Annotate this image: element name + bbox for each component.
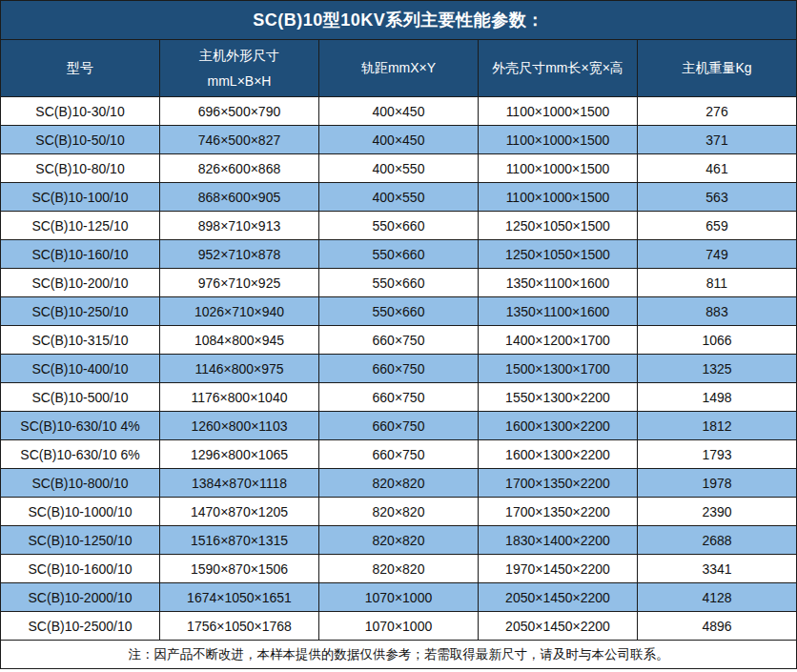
cell-model: SC(B)10-80/10 bbox=[1, 154, 160, 183]
cell-model: SC(B)10-160/10 bbox=[1, 240, 160, 269]
cell-shell: 1100×1000×1500 bbox=[479, 154, 638, 183]
column-header-weight: 主机重量Kg bbox=[638, 40, 797, 97]
cell-weight: 811 bbox=[638, 269, 797, 297]
cell-weight: 276 bbox=[638, 97, 797, 126]
cell-weight: 461 bbox=[638, 154, 797, 183]
cell-weight: 883 bbox=[638, 297, 797, 326]
cell-gauge: 550×660 bbox=[319, 212, 479, 240]
cell-dimensions: 1384×870×1118 bbox=[160, 469, 319, 498]
cell-weight: 1793 bbox=[638, 440, 797, 469]
cell-gauge: 400×550 bbox=[319, 154, 479, 183]
cell-dimensions: 1260×800×1103 bbox=[160, 412, 319, 440]
cell-model: SC(B)10-800/10 bbox=[1, 469, 160, 498]
table-title-row: SC(B)10型10KV系列主要性能参数： bbox=[1, 1, 797, 40]
cell-shell: 1550×1300×2200 bbox=[479, 383, 638, 412]
cell-gauge: 820×820 bbox=[319, 469, 479, 498]
table-row: SC(B)10-2000/10 1674×1050×1651 1070×1000… bbox=[1, 583, 797, 612]
cell-dimensions: 826×600×868 bbox=[160, 154, 319, 183]
cell-gauge: 660×750 bbox=[319, 412, 479, 440]
cell-shell: 1500×1300×1700 bbox=[479, 355, 638, 383]
cell-weight: 1325 bbox=[638, 355, 797, 383]
cell-shell: 1100×1000×1500 bbox=[479, 97, 638, 126]
cell-shell: 1700×1350×2200 bbox=[479, 498, 638, 526]
table-row: SC(B)10-160/10 952×710×878 550×660 1250×… bbox=[1, 240, 797, 269]
cell-dimensions: 1470×870×1205 bbox=[160, 498, 319, 526]
cell-weight: 1498 bbox=[638, 383, 797, 412]
cell-model: SC(B)10-2000/10 bbox=[1, 583, 160, 612]
cell-dimensions: 1590×870×1506 bbox=[160, 555, 319, 583]
cell-model: SC(B)10-50/10 bbox=[1, 126, 160, 154]
table-row: SC(B)10-100/10 868×600×905 400×550 1100×… bbox=[1, 183, 797, 212]
cell-weight: 1978 bbox=[638, 469, 797, 498]
cell-model: SC(B)10-30/10 bbox=[1, 97, 160, 126]
cell-weight: 2390 bbox=[638, 498, 797, 526]
cell-gauge: 660×750 bbox=[319, 383, 479, 412]
cell-dimensions: 952×710×878 bbox=[160, 240, 319, 269]
column-header-shell: 外壳尺寸mm长×宽×高 bbox=[479, 40, 638, 97]
cell-dimensions: 1756×1050×1768 bbox=[160, 612, 319, 641]
cell-gauge: 550×660 bbox=[319, 269, 479, 297]
cell-shell: 1830×1400×2200 bbox=[479, 526, 638, 555]
table-row: SC(B)10-800/10 1384×870×1118 820×820 170… bbox=[1, 469, 797, 498]
cell-model: SC(B)10-1250/10 bbox=[1, 526, 160, 555]
cell-model: SC(B)10-200/10 bbox=[1, 269, 160, 297]
cell-shell: 1250×1050×1500 bbox=[479, 212, 638, 240]
cell-gauge: 400×450 bbox=[319, 97, 479, 126]
cell-model: SC(B)10-250/10 bbox=[1, 297, 160, 326]
cell-model: SC(B)10-100/10 bbox=[1, 183, 160, 212]
cell-shell: 2050×1450×2200 bbox=[479, 583, 638, 612]
cell-dimensions: 1516×870×1315 bbox=[160, 526, 319, 555]
cell-dimensions: 746×500×827 bbox=[160, 126, 319, 154]
table-row: SC(B)10-1000/10 1470×870×1205 820×820 17… bbox=[1, 498, 797, 526]
table-header-row: 型号 主机外形尺寸 mmL×B×H 轨距mmX×Y 外壳尺寸mm长×宽×高 主机… bbox=[1, 40, 797, 97]
cell-weight: 371 bbox=[638, 126, 797, 154]
table-row: SC(B)10-50/10 746×500×827 400×450 1100×1… bbox=[1, 126, 797, 154]
table-title: SC(B)10型10KV系列主要性能参数： bbox=[1, 1, 797, 40]
cell-gauge: 550×660 bbox=[319, 240, 479, 269]
cell-model: SC(B)10-1600/10 bbox=[1, 555, 160, 583]
cell-shell: 1100×1000×1500 bbox=[479, 183, 638, 212]
table-row: SC(B)10-630/10 6% 1296×800×1065 660×750 … bbox=[1, 440, 797, 469]
cell-dimensions: 1026×710×940 bbox=[160, 297, 319, 326]
cell-gauge: 1070×1000 bbox=[319, 583, 479, 612]
cell-weight: 563 bbox=[638, 183, 797, 212]
cell-dimensions: 1176×800×1040 bbox=[160, 383, 319, 412]
table-row: SC(B)10-125/10 898×710×913 550×660 1250×… bbox=[1, 212, 797, 240]
cell-model: SC(B)10-315/10 bbox=[1, 326, 160, 355]
cell-dimensions: 976×710×925 bbox=[160, 269, 319, 297]
cell-model: SC(B)10-630/10 6% bbox=[1, 440, 160, 469]
cell-shell: 1600×1300×2200 bbox=[479, 412, 638, 440]
cell-gauge: 400×550 bbox=[319, 183, 479, 212]
cell-weight: 4896 bbox=[638, 612, 797, 641]
cell-shell: 1350×1100×1600 bbox=[479, 297, 638, 326]
cell-shell: 1100×1000×1500 bbox=[479, 126, 638, 154]
cell-model: SC(B)10-630/10 4% bbox=[1, 412, 160, 440]
cell-model: SC(B)10-500/10 bbox=[1, 383, 160, 412]
table-row: SC(B)10-30/10 696×500×790 400×450 1100×1… bbox=[1, 97, 797, 126]
table-row: SC(B)10-80/10 826×600×868 400×550 1100×1… bbox=[1, 154, 797, 183]
cell-gauge: 820×820 bbox=[319, 498, 479, 526]
cell-shell: 1970×1450×2200 bbox=[479, 555, 638, 583]
cell-gauge: 660×750 bbox=[319, 355, 479, 383]
cell-gauge: 1070×1000 bbox=[319, 612, 479, 641]
column-header-dimensions-line2: mmL×B×H bbox=[208, 73, 272, 89]
cell-model: SC(B)10-2500/10 bbox=[1, 612, 160, 641]
table-row: SC(B)10-630/10 4% 1260×800×1103 660×750 … bbox=[1, 412, 797, 440]
cell-shell: 1700×1350×2200 bbox=[479, 469, 638, 498]
table-row: SC(B)10-315/10 1084×800×945 660×750 1400… bbox=[1, 326, 797, 355]
table-note-row: 注：因产品不断改进，本样本提供的数据仅供参考；若需取得最新尺寸，请及时与本公司联… bbox=[1, 641, 797, 669]
column-header-dimensions-line1: 主机外形尺寸 bbox=[199, 48, 279, 63]
column-header-gauge: 轨距mmX×Y bbox=[319, 40, 479, 97]
cell-gauge: 820×820 bbox=[319, 526, 479, 555]
column-header-model: 型号 bbox=[1, 40, 160, 97]
cell-dimensions: 868×600×905 bbox=[160, 183, 319, 212]
cell-dimensions: 1674×1050×1651 bbox=[160, 583, 319, 612]
cell-weight: 1812 bbox=[638, 412, 797, 440]
cell-model: SC(B)10-400/10 bbox=[1, 355, 160, 383]
cell-dimensions: 1296×800×1065 bbox=[160, 440, 319, 469]
cell-shell: 1600×1300×2200 bbox=[479, 440, 638, 469]
cell-weight: 2688 bbox=[638, 526, 797, 555]
table-note: 注：因产品不断改进，本样本提供的数据仅供参考；若需取得最新尺寸，请及时与本公司联… bbox=[1, 641, 797, 669]
cell-gauge: 660×750 bbox=[319, 440, 479, 469]
table-row: SC(B)10-400/10 1146×800×975 660×750 1500… bbox=[1, 355, 797, 383]
